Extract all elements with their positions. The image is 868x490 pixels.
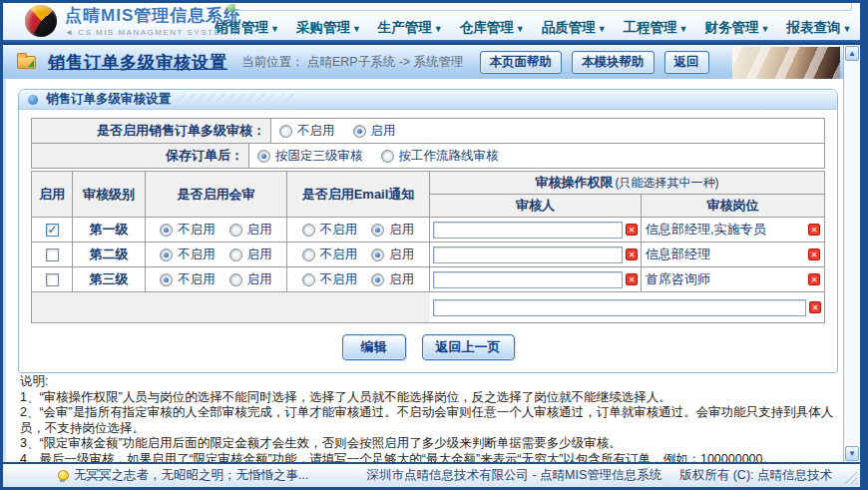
app-window: 点晴MIS管理信息系统 ◄ CS MIS MANAGMENT SYSTEM ► …	[0, 0, 868, 490]
chevron-down-icon: ▼	[352, 24, 361, 34]
row2-joint-cell: 不启用 启用	[146, 243, 287, 267]
radio-label: 启用	[371, 123, 396, 140]
status-company: 深圳市点晴信息技术有限公司 - 点晴MIS管理信息系统	[366, 467, 661, 484]
radio-label: 不启用	[178, 246, 216, 263]
menu-item-sales[interactable]: 销售管理▼	[215, 19, 279, 37]
radio-label: 启用	[247, 246, 272, 263]
menu-item-engineering[interactable]: 工程管理▼	[624, 19, 688, 37]
menu-item-quality[interactable]: 品质管理▼	[542, 19, 607, 37]
row2-auditor-input[interactable]	[433, 246, 623, 263]
header-permission: 审核操作权限 (只能选择其中一种)	[430, 172, 824, 195]
header-permission-note: (只能选择其中一种)	[616, 175, 719, 192]
row2-joint-yes-radio[interactable]	[229, 248, 242, 261]
row1-email-yes-radio[interactable]	[371, 224, 384, 237]
row2-position-value: 信息部经理	[646, 245, 804, 263]
row1-enable-checkbox[interactable]	[46, 224, 59, 237]
chevron-down-icon: ▼	[270, 24, 279, 34]
row2-enable-checkbox[interactable]	[46, 248, 59, 261]
radio-label: 不启用	[320, 246, 358, 263]
radio-enable-no[interactable]	[279, 125, 292, 138]
radio-label: 启用	[389, 246, 414, 263]
clear-icon[interactable]: ✕	[808, 273, 820, 285]
row1-joint-yes-radio[interactable]	[229, 224, 242, 237]
breadcrumb: 当前位置： 点晴ERP子系统 -> 系统管理	[241, 54, 464, 71]
menu-item-purchase[interactable]: 采购管理▼	[296, 19, 361, 37]
resize-grip[interactable]	[843, 470, 857, 484]
row1-auditor-input[interactable]	[433, 222, 623, 239]
hatch-decoration	[177, 94, 296, 105]
row3-joint-no-radio[interactable]	[160, 273, 173, 286]
brand-logo-icon	[25, 5, 57, 37]
row2-email-no-radio[interactable]	[302, 248, 315, 261]
row2-joint-no-radio[interactable]	[160, 248, 173, 261]
radio-workflow-route[interactable]	[381, 150, 394, 163]
note-item-1: 1、“审核操作权限”人员与岗位的选择不能同时选择，选择了人员就不能选择岗位，反之…	[20, 390, 836, 406]
radio-label: 不启用	[178, 222, 216, 239]
chevron-down-icon: ▼	[842, 24, 851, 34]
scroll-up-icon[interactable]: ▲	[845, 46, 859, 61]
row3-email-cell: 不启用 启用	[287, 267, 430, 292]
radio-label: 按固定三级审核	[275, 148, 363, 165]
menu-item-finance[interactable]: 财务管理▼	[705, 19, 770, 37]
menu-item-warehouse[interactable]: 仓库管理▼	[460, 19, 525, 37]
back-page-button[interactable]: 返回上一页	[422, 334, 515, 360]
clear-icon[interactable]: ✕	[809, 301, 821, 313]
page-help-button[interactable]: 本页面帮助	[480, 51, 563, 74]
option-workflow-route: 按工作流路线审核	[381, 148, 499, 165]
row1-position-value: 信息部经理,实施专员	[646, 221, 804, 239]
option-disable: 不启用	[279, 123, 335, 140]
save-mode-row: 保存订单后： 按固定三级审核 按工作流路线审核	[31, 143, 825, 169]
clear-icon[interactable]: ✕	[808, 248, 820, 260]
page-title-bar: 销售订单多级审核设置 当前位置： 点晴ERP子系统 -> 系统管理 本页面帮助 …	[3, 45, 860, 79]
titlebar-buttons: 本页面帮助 本模块帮助 返回	[480, 51, 709, 74]
row3-enable-checkbox[interactable]	[46, 273, 59, 286]
radio-label: 不启用	[297, 123, 335, 140]
lightbulb-icon	[58, 470, 67, 482]
chevron-down-icon: ▼	[598, 24, 607, 34]
notice-box	[234, 0, 852, 11]
row1-level: 第一级	[73, 218, 146, 243]
edit-button[interactable]: 编辑	[342, 334, 406, 360]
row2-email-yes-radio[interactable]	[371, 248, 384, 261]
page-title: 销售订单多级审核设置	[48, 51, 227, 74]
header-position: 审核岗位	[642, 195, 824, 218]
top-bar: 点晴MIS管理信息系统 ◄ CS MIS MANAGMENT SYSTEM ► …	[3, 3, 860, 40]
row3-email-no-radio[interactable]	[302, 273, 315, 286]
menu-item-reports[interactable]: 报表查询▼	[786, 19, 851, 37]
vertical-scrollbar[interactable]: ▲ ▼	[843, 45, 860, 462]
row1-email-no-radio[interactable]	[302, 224, 315, 237]
scroll-down-icon[interactable]: ▼	[845, 446, 859, 461]
note-item-2: 2、“会审”是指所有指定审核的人全部审核完成，订单才能审核通过。不启动会审则任意…	[20, 405, 836, 436]
row1-enable-cell	[32, 218, 73, 243]
menu-item-production[interactable]: 生产管理▼	[378, 19, 443, 37]
monitor-input[interactable]	[433, 299, 806, 316]
clear-icon[interactable]: ✕	[808, 224, 820, 236]
row2-level: 第二级	[73, 243, 146, 267]
header-auditor: 审核人	[430, 195, 642, 218]
option-fixed-three-level: 按固定三级审核	[257, 148, 363, 165]
module-help-button[interactable]: 本模块帮助	[572, 51, 654, 74]
row3-position-value: 首席咨询师	[646, 270, 804, 288]
row3-auditor-input[interactable]	[433, 271, 623, 288]
row3-level: 第三级	[73, 267, 146, 292]
row3-joint-yes-radio[interactable]	[229, 273, 242, 286]
radio-enable-yes[interactable]	[353, 125, 366, 138]
row3-email-yes-radio[interactable]	[371, 273, 384, 286]
radio-fixed-three-level[interactable]	[257, 150, 270, 163]
save-mode-options: 按固定三级审核 按工作流路线审核	[249, 144, 824, 168]
header-level: 审核级别	[73, 172, 146, 218]
return-button[interactable]: 返回	[664, 51, 709, 74]
row2-auditor-cell: ✕	[430, 243, 642, 267]
clear-icon[interactable]: ✕	[626, 224, 638, 236]
header-joint: 是否启用会审	[146, 172, 287, 218]
chevron-down-icon: ▼	[516, 24, 525, 34]
row3-enable-cell	[32, 267, 73, 292]
action-buttons: 编辑 返回上一页	[31, 334, 825, 360]
clear-icon[interactable]: ✕	[626, 248, 638, 260]
radio-label: 启用	[389, 271, 414, 288]
enable-audit-label: 是否启用销售订单多级审核：	[32, 119, 271, 143]
radio-label: 启用	[389, 222, 414, 239]
row1-joint-no-radio[interactable]	[160, 224, 173, 237]
clear-icon[interactable]: ✕	[626, 273, 638, 285]
radio-label: 不启用	[320, 271, 358, 288]
